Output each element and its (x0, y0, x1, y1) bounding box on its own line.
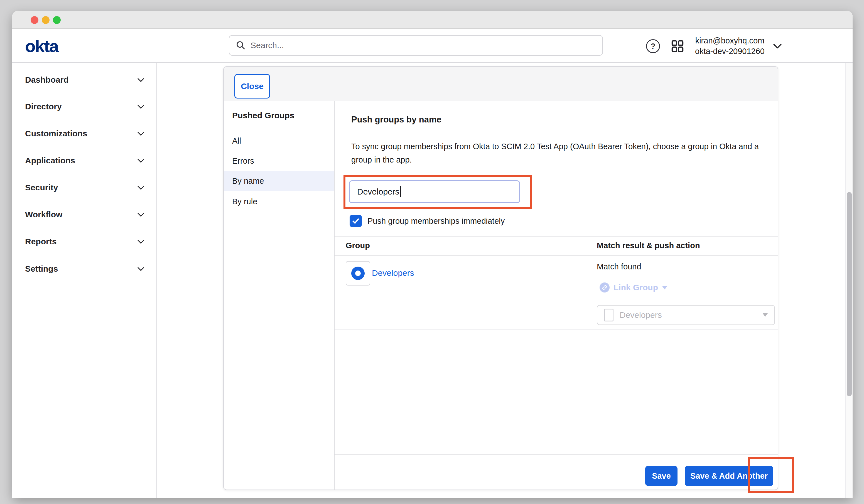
page-title: Push groups by name (351, 115, 442, 125)
sidebar-item-customizations[interactable]: Customizations (12, 120, 156, 147)
window-zoom-button[interactable] (53, 16, 61, 24)
checkmark-icon (351, 217, 360, 225)
match-result-text: Match found (597, 262, 641, 272)
link-icon (600, 283, 610, 292)
group-placeholder-icon (604, 309, 613, 322)
window-titlebar (12, 11, 853, 29)
sidebar-item-workflow[interactable]: Workflow (12, 201, 156, 228)
search-icon (236, 40, 246, 51)
chevron-down-icon (137, 239, 145, 244)
panel-footer: Save Save & Add Another (335, 455, 778, 490)
browser-window: okta ? kiran (12, 11, 853, 498)
question-mark-icon: ? (650, 41, 656, 51)
subnav-item-errors[interactable]: Errors (224, 151, 334, 171)
subnav-item-all[interactable]: All (224, 131, 334, 151)
subnav-title: Pushed Groups (232, 111, 294, 120)
okta-logo: okta (25, 36, 58, 56)
subnav-item-by-name[interactable]: By name (224, 171, 334, 191)
sidebar-item-dashboard[interactable]: Dashboard (12, 67, 156, 93)
chevron-down-icon (137, 104, 145, 109)
pushed-groups-subnav: Pushed Groups All Errors By name By rule (224, 101, 335, 490)
group-name-link[interactable]: Developers (372, 268, 414, 278)
push-immediately-checkbox[interactable] (350, 215, 362, 227)
sidebar-item-directory[interactable]: Directory (12, 93, 156, 120)
text-cursor (400, 186, 401, 197)
save-add-another-button[interactable]: Save & Add Another (685, 466, 773, 486)
account-email: kiran@boxyhq.com (693, 35, 767, 46)
sidebar-item-reports[interactable]: Reports (12, 228, 156, 255)
section-divider (335, 236, 778, 237)
group-avatar (346, 261, 370, 286)
chevron-down-icon (137, 185, 145, 190)
group-circle-icon (351, 267, 365, 280)
sidebar-item-settings[interactable]: Settings (12, 255, 156, 282)
page-description: To sync group memberships from Okta to S… (351, 140, 769, 166)
push-immediately-label: Push group memberships immediately (368, 215, 505, 227)
scrollbar-track[interactable] (845, 63, 853, 498)
close-button[interactable]: Close (235, 74, 270, 98)
global-search[interactable] (229, 35, 603, 56)
sidebar-item-security[interactable]: Security (12, 174, 156, 201)
chevron-down-icon (137, 158, 145, 163)
column-header-group: Group (346, 240, 370, 251)
push-groups-panel: Close Pushed Groups All Errors By name B… (223, 66, 778, 490)
chevron-down-icon (137, 131, 145, 136)
sidebar-item-applications[interactable]: Applications (12, 147, 156, 174)
target-group-value: Developers (620, 310, 763, 320)
search-input[interactable] (251, 41, 596, 50)
chevron-down-icon[interactable] (773, 42, 782, 49)
app-header: okta ? kiran (12, 29, 853, 63)
chevron-down-icon (137, 77, 145, 82)
help-button[interactable]: ? (646, 39, 660, 53)
table-row-divider (335, 329, 778, 330)
link-group-label: Link Group (613, 283, 658, 292)
sidebar: Dashboard Directory Customizations Appli… (12, 63, 157, 498)
grid-icon (670, 39, 685, 53)
target-group-dropdown[interactable]: Developers (597, 305, 775, 325)
scrollbar-thumb[interactable] (847, 192, 852, 396)
group-name-input[interactable]: Developers (349, 180, 520, 203)
window-minimize-button[interactable] (42, 16, 50, 24)
account-menu[interactable]: kiran@boxyhq.com okta-dev-20901260 (693, 35, 767, 57)
chevron-down-icon (137, 266, 145, 271)
chevron-down-icon (137, 212, 145, 217)
window-close-button[interactable] (31, 16, 38, 24)
push-by-name-content: Push groups by name To sync group member… (335, 101, 778, 490)
apps-grid-button[interactable] (670, 39, 685, 53)
link-group-action[interactable]: Link Group (600, 282, 668, 293)
table-header-divider (335, 255, 778, 255)
save-button[interactable]: Save (645, 466, 677, 486)
caret-down-icon (662, 286, 668, 289)
subnav-item-by-rule[interactable]: By rule (224, 191, 334, 212)
account-org: okta-dev-20901260 (693, 46, 767, 57)
group-name-input-value: Developers (357, 187, 399, 196)
dropdown-caret-icon (763, 313, 768, 317)
panel-header: Close (224, 67, 778, 101)
column-header-match: Match result & push action (597, 240, 700, 251)
